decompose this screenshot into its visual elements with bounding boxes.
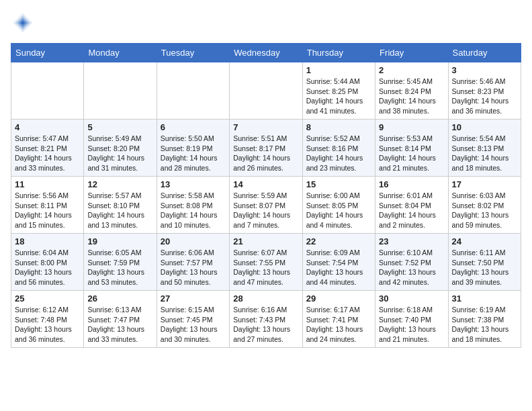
day-number: 15 [306, 179, 371, 189]
day-number: 23 [379, 236, 444, 246]
calendar-cell: 29Sunrise: 6:17 AM Sunset: 7:41 PM Dayli… [302, 291, 375, 348]
cell-content: Sunrise: 5:57 AM Sunset: 8:10 PM Dayligh… [87, 191, 152, 230]
calendar-cell: 1Sunrise: 5:44 AM Sunset: 8:25 PM Daylig… [302, 62, 375, 120]
cell-content: Sunrise: 5:54 AM Sunset: 8:13 PM Dayligh… [452, 134, 517, 173]
cell-content: Sunrise: 5:51 AM Sunset: 8:17 PM Dayligh… [233, 134, 298, 173]
calendar-week-3: 11Sunrise: 5:56 AM Sunset: 8:11 PM Dayli… [11, 177, 521, 234]
calendar-cell: 12Sunrise: 5:57 AM Sunset: 8:10 PM Dayli… [84, 177, 157, 234]
cell-content: Sunrise: 5:46 AM Sunset: 8:23 PM Dayligh… [452, 77, 517, 116]
day-number: 21 [233, 236, 298, 246]
calendar-cell: 26Sunrise: 6:13 AM Sunset: 7:47 PM Dayli… [84, 291, 157, 348]
cell-content: Sunrise: 6:12 AM Sunset: 7:48 PM Dayligh… [15, 305, 80, 345]
day-number: 11 [15, 179, 80, 189]
calendar-cell [230, 62, 302, 120]
cell-content: Sunrise: 6:09 AM Sunset: 7:54 PM Dayligh… [306, 248, 371, 287]
day-number: 30 [379, 293, 444, 304]
col-header-tuesday: Tuesday [157, 44, 229, 62]
day-number: 28 [233, 293, 298, 304]
calendar-cell: 20Sunrise: 6:06 AM Sunset: 7:57 PM Dayli… [157, 234, 229, 291]
day-number: 24 [452, 236, 517, 246]
calendar-cell: 9Sunrise: 5:53 AM Sunset: 8:14 PM Daylig… [375, 120, 448, 177]
cell-content: Sunrise: 6:17 AM Sunset: 7:41 PM Dayligh… [306, 305, 371, 345]
calendar-cell: 22Sunrise: 6:09 AM Sunset: 7:54 PM Dayli… [302, 234, 375, 291]
calendar-cell: 28Sunrise: 6:16 AM Sunset: 7:43 PM Dayli… [230, 291, 302, 348]
calendar-cell: 5Sunrise: 5:49 AM Sunset: 8:20 PM Daylig… [84, 120, 157, 177]
cell-content: Sunrise: 5:56 AM Sunset: 8:11 PM Dayligh… [15, 191, 80, 230]
col-header-sunday: Sunday [11, 44, 84, 62]
col-header-wednesday: Wednesday [230, 44, 302, 62]
calendar-week-1: 1Sunrise: 5:44 AM Sunset: 8:25 PM Daylig… [11, 62, 521, 120]
col-header-saturday: Saturday [448, 44, 521, 62]
day-number: 14 [233, 179, 298, 189]
cell-content: Sunrise: 5:45 AM Sunset: 8:24 PM Dayligh… [379, 77, 444, 116]
day-number: 26 [87, 293, 152, 304]
day-number: 22 [306, 236, 371, 246]
cell-content: Sunrise: 5:53 AM Sunset: 8:14 PM Dayligh… [379, 134, 444, 173]
calendar-cell: 15Sunrise: 6:00 AM Sunset: 8:05 PM Dayli… [302, 177, 375, 234]
cell-content: Sunrise: 5:50 AM Sunset: 8:19 PM Dayligh… [161, 134, 226, 173]
cell-content: Sunrise: 6:04 AM Sunset: 8:00 PM Dayligh… [15, 248, 80, 287]
day-number: 3 [452, 65, 517, 75]
cell-content: Sunrise: 6:16 AM Sunset: 7:43 PM Dayligh… [233, 305, 298, 345]
logo-icon [11, 11, 35, 35]
cell-content: Sunrise: 6:11 AM Sunset: 7:50 PM Dayligh… [452, 248, 517, 287]
cell-content: Sunrise: 5:49 AM Sunset: 8:20 PM Dayligh… [87, 134, 152, 173]
calendar-cell: 2Sunrise: 5:45 AM Sunset: 8:24 PM Daylig… [375, 62, 448, 120]
calendar-cell [84, 62, 157, 120]
calendar-cell: 30Sunrise: 6:18 AM Sunset: 7:40 PM Dayli… [375, 291, 448, 348]
calendar-table: SundayMondayTuesdayWednesdayThursdayFrid… [11, 43, 521, 348]
cell-content: Sunrise: 6:00 AM Sunset: 8:05 PM Dayligh… [306, 191, 371, 230]
calendar-cell: 14Sunrise: 5:59 AM Sunset: 8:07 PM Dayli… [230, 177, 302, 234]
calendar-cell: 24Sunrise: 6:11 AM Sunset: 7:50 PM Dayli… [448, 234, 521, 291]
calendar-cell: 18Sunrise: 6:04 AM Sunset: 8:00 PM Dayli… [11, 234, 84, 291]
cell-content: Sunrise: 5:44 AM Sunset: 8:25 PM Dayligh… [306, 77, 371, 116]
day-number: 9 [379, 122, 444, 132]
cell-content: Sunrise: 5:47 AM Sunset: 8:21 PM Dayligh… [15, 134, 80, 173]
day-number: 2 [379, 65, 444, 75]
day-number: 19 [87, 236, 152, 246]
cell-content: Sunrise: 6:15 AM Sunset: 7:45 PM Dayligh… [161, 305, 226, 345]
calendar-cell: 8Sunrise: 5:52 AM Sunset: 8:16 PM Daylig… [302, 120, 375, 177]
day-number: 5 [87, 122, 152, 132]
day-number: 25 [15, 293, 80, 304]
calendar-cell: 10Sunrise: 5:54 AM Sunset: 8:13 PM Dayli… [448, 120, 521, 177]
day-number: 8 [306, 122, 371, 132]
calendar-cell: 21Sunrise: 6:07 AM Sunset: 7:55 PM Dayli… [230, 234, 302, 291]
page-header [11, 11, 521, 35]
calendar-cell: 16Sunrise: 6:01 AM Sunset: 8:04 PM Dayli… [375, 177, 448, 234]
cell-content: Sunrise: 6:03 AM Sunset: 8:02 PM Dayligh… [452, 191, 517, 230]
cell-content: Sunrise: 6:06 AM Sunset: 7:57 PM Dayligh… [161, 248, 226, 287]
cell-content: Sunrise: 5:59 AM Sunset: 8:07 PM Dayligh… [233, 191, 298, 230]
day-number: 20 [161, 236, 226, 246]
day-number: 16 [379, 179, 444, 189]
cell-content: Sunrise: 6:13 AM Sunset: 7:47 PM Dayligh… [87, 305, 152, 345]
calendar-cell: 19Sunrise: 6:05 AM Sunset: 7:59 PM Dayli… [84, 234, 157, 291]
logo [11, 11, 38, 35]
day-number: 18 [15, 236, 80, 246]
calendar-cell: 11Sunrise: 5:56 AM Sunset: 8:11 PM Dayli… [11, 177, 84, 234]
cell-content: Sunrise: 6:18 AM Sunset: 7:40 PM Dayligh… [379, 305, 444, 345]
cell-content: Sunrise: 5:58 AM Sunset: 8:08 PM Dayligh… [161, 191, 226, 230]
calendar-cell [157, 62, 229, 120]
calendar-cell: 3Sunrise: 5:46 AM Sunset: 8:23 PM Daylig… [448, 62, 521, 120]
cell-content: Sunrise: 5:52 AM Sunset: 8:16 PM Dayligh… [306, 134, 371, 173]
day-number: 12 [87, 179, 152, 189]
col-header-monday: Monday [84, 44, 157, 62]
calendar-cell: 6Sunrise: 5:50 AM Sunset: 8:19 PM Daylig… [157, 120, 229, 177]
calendar-week-2: 4Sunrise: 5:47 AM Sunset: 8:21 PM Daylig… [11, 120, 521, 177]
col-header-friday: Friday [375, 44, 448, 62]
calendar-cell: 17Sunrise: 6:03 AM Sunset: 8:02 PM Dayli… [448, 177, 521, 234]
calendar-week-5: 25Sunrise: 6:12 AM Sunset: 7:48 PM Dayli… [11, 291, 521, 348]
calendar-cell: 31Sunrise: 6:19 AM Sunset: 7:38 PM Dayli… [448, 291, 521, 348]
calendar-cell: 13Sunrise: 5:58 AM Sunset: 8:08 PM Dayli… [157, 177, 229, 234]
calendar-cell: 23Sunrise: 6:10 AM Sunset: 7:52 PM Dayli… [375, 234, 448, 291]
day-number: 29 [306, 293, 371, 304]
day-number: 1 [306, 65, 371, 75]
day-number: 6 [161, 122, 226, 132]
cell-content: Sunrise: 6:05 AM Sunset: 7:59 PM Dayligh… [87, 248, 152, 287]
day-number: 13 [161, 179, 226, 189]
day-number: 7 [233, 122, 298, 132]
calendar-cell: 4Sunrise: 5:47 AM Sunset: 8:21 PM Daylig… [11, 120, 84, 177]
day-number: 17 [452, 179, 517, 189]
calendar-cell: 25Sunrise: 6:12 AM Sunset: 7:48 PM Dayli… [11, 291, 84, 348]
